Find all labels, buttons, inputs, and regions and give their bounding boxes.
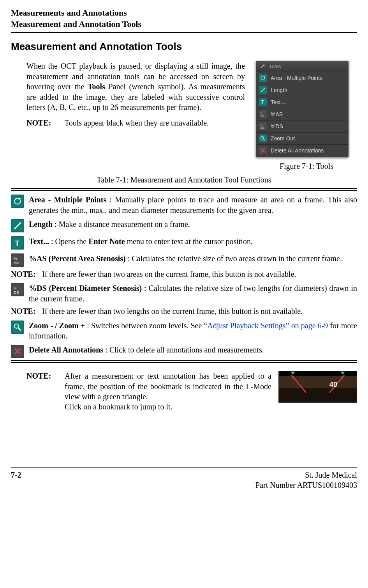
running-header-section: Measurement and Annotation Tools bbox=[11, 18, 357, 30]
text-icon: T bbox=[259, 98, 267, 106]
tool-row: %AS%AS (Percent Area Stenosis) : Calcula… bbox=[11, 253, 357, 267]
tool-row-text: Area - Multiple Points : Manually place … bbox=[29, 195, 357, 215]
tools-panel-title-row: Tools bbox=[256, 61, 349, 72]
delete-icon bbox=[11, 345, 24, 358]
tools-panel-item-label: %AS bbox=[271, 111, 283, 118]
note-body: If there are fewer than two areas on the… bbox=[42, 269, 296, 279]
running-header-chapter: Measurements and Annotations bbox=[11, 7, 357, 18]
intro-paragraph: When the OCT playback is paused, or disp… bbox=[26, 61, 245, 112]
svg-line-2 bbox=[261, 88, 265, 92]
tool-row: Area - Multiple Points : Manually place … bbox=[11, 195, 357, 215]
svg-text:DS: DS bbox=[14, 290, 19, 294]
intro-bold-word: Tools bbox=[88, 82, 105, 91]
tools-panel-item-label: Text... bbox=[271, 99, 285, 106]
area-icon bbox=[259, 74, 267, 82]
as-icon: %AS bbox=[259, 110, 267, 118]
svg-line-21 bbox=[18, 328, 21, 330]
note-body: Tools appear black when they are unavail… bbox=[65, 118, 245, 128]
page-footer: 7-2 St. Jude Medical Part Number ARTUS10… bbox=[11, 467, 357, 491]
table-bottom-rule bbox=[11, 360, 357, 363]
note-label: NOTE: bbox=[26, 371, 58, 381]
svg-point-8 bbox=[261, 136, 264, 139]
svg-point-20 bbox=[14, 324, 19, 328]
lmode-bookmark-figure: 40 bbox=[278, 371, 357, 403]
ds-icon: %DS bbox=[11, 283, 24, 296]
figure-caption: Figure 7-1: Tools bbox=[256, 161, 357, 171]
area-icon bbox=[11, 195, 24, 208]
svg-text:%: % bbox=[14, 256, 17, 260]
tool-row-text: Text... : Opens the Enter Note menu to e… bbox=[29, 236, 357, 246]
cross-reference-link[interactable]: “Adjust Playback Settings” on page 6-9 bbox=[204, 321, 328, 330]
tools-panel-item[interactable]: Length bbox=[256, 84, 349, 96]
bookmark-note-text: After a measurement or text annotation h… bbox=[65, 371, 271, 412]
tool-row-text: Zoom - / Zoom + : Switches between zoom … bbox=[29, 321, 357, 341]
bookmark-note: NOTE: After a measurement or text annota… bbox=[26, 371, 357, 412]
length-icon bbox=[11, 219, 24, 232]
ds-icon: %DS bbox=[259, 122, 267, 130]
length-icon bbox=[259, 86, 267, 94]
tools-panel-item[interactable]: Zoom Out bbox=[256, 132, 349, 144]
svg-text:%: % bbox=[261, 124, 263, 127]
tools-panel-item-label: Zoom Out bbox=[271, 135, 295, 142]
tools-panel-item[interactable]: %AS%AS bbox=[256, 108, 349, 120]
tools-panel-item-label: Area - Multiple Points bbox=[271, 74, 322, 81]
as-icon: %AS bbox=[11, 253, 24, 267]
svg-line-14 bbox=[14, 223, 21, 229]
delete-icon bbox=[259, 147, 267, 154]
tools-panel-item-label: %DS bbox=[271, 123, 283, 130]
tools-panel-item-label: Length bbox=[271, 87, 287, 94]
zoom-icon bbox=[11, 321, 24, 334]
tool-row-text: Length : Make a distance measurement on … bbox=[29, 219, 357, 229]
tool-row: TText... : Opens the Enter Note menu to … bbox=[11, 236, 357, 250]
table-caption: Table 7-1: Measurement and Annotation To… bbox=[11, 175, 357, 185]
tools-panel-item[interactable]: Area - Multiple Points bbox=[256, 72, 349, 84]
tool-table: Area - Multiple Points : Manually place … bbox=[11, 195, 357, 358]
tools-panel-item-label: Delete All Annotations bbox=[271, 147, 324, 154]
wrench-icon bbox=[259, 62, 267, 70]
tools-panel-item[interactable]: Delete All Annotations bbox=[256, 144, 349, 156]
note-label: NOTE: bbox=[11, 269, 38, 279]
svg-text:AS: AS bbox=[14, 260, 19, 264]
tools-panel-title: Tools bbox=[269, 63, 281, 70]
svg-text:%: % bbox=[261, 112, 263, 115]
intro-column: When the OCT playback is paused, or disp… bbox=[26, 61, 245, 128]
footer-company: St. Jude Medical bbox=[255, 470, 357, 480]
svg-text:AS: AS bbox=[261, 115, 264, 117]
tool-row-text: %DS (Percent Diameter Stenosis) : Calcul… bbox=[29, 283, 357, 304]
svg-text:%: % bbox=[14, 286, 17, 290]
svg-line-9 bbox=[263, 139, 265, 140]
tools-panel-item[interactable]: TText... bbox=[256, 96, 349, 108]
table-top-rule bbox=[11, 188, 357, 191]
svg-text:T: T bbox=[15, 239, 19, 247]
note-label: NOTE: bbox=[11, 306, 38, 316]
tool-row: Delete All Annotations : Click to delete… bbox=[11, 345, 357, 358]
svg-text:40: 40 bbox=[329, 381, 337, 388]
note-body: If there are fewer than two lengths on t… bbox=[42, 306, 303, 316]
tool-row-text: %AS (Percent Area Stenosis) : Calculates… bbox=[29, 253, 357, 264]
tool-row-note: NOTE:If there are fewer than two areas o… bbox=[11, 269, 357, 279]
svg-text:DS: DS bbox=[261, 127, 264, 129]
tool-row: %DS%DS (Percent Diameter Stenosis) : Cal… bbox=[11, 283, 357, 304]
page-number: 7-2 bbox=[11, 470, 21, 491]
tool-row-note: NOTE:If there are fewer than two lengths… bbox=[11, 306, 357, 316]
tool-row-text: Delete All Annotations : Click to delete… bbox=[29, 345, 357, 355]
svg-text:T: T bbox=[261, 100, 264, 105]
header-rule bbox=[11, 32, 357, 33]
note-label: NOTE: bbox=[26, 118, 58, 128]
tools-panel-figure: Tools Area - Multiple PointsLengthTText.… bbox=[256, 61, 349, 157]
tool-row: Length : Make a distance measurement on … bbox=[11, 219, 357, 232]
intro-note: NOTE: Tools appear black when they are u… bbox=[26, 118, 245, 128]
tool-row: Zoom - / Zoom + : Switches between zoom … bbox=[11, 321, 357, 341]
tools-panel-item[interactable]: %DS%DS bbox=[256, 120, 349, 132]
section-title: Measurement and Annotation Tools bbox=[11, 40, 357, 53]
figure-column: Tools Area - Multiple PointsLengthTText.… bbox=[256, 61, 357, 171]
zoom-icon bbox=[259, 135, 267, 142]
footer-part-number: Part Number ARTUS100109403 bbox=[255, 480, 357, 490]
text-icon: T bbox=[11, 236, 24, 250]
